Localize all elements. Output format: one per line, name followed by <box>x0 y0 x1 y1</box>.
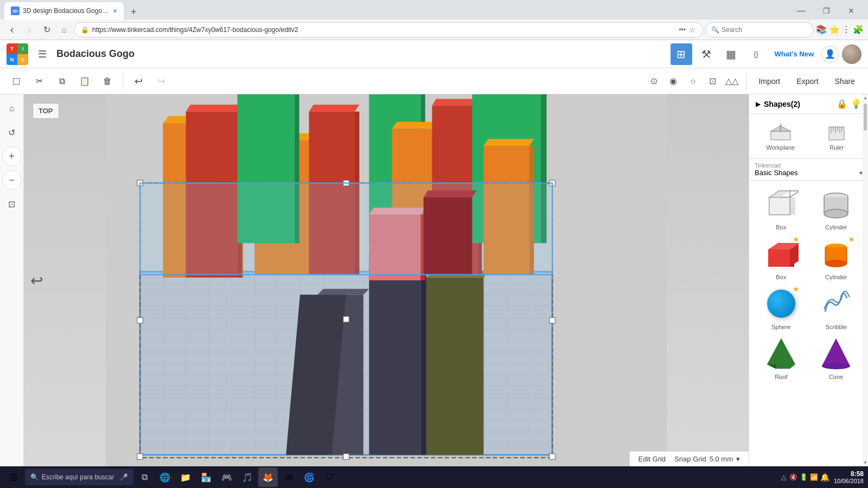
apps-icon[interactable]: ⋮ <box>842 24 851 35</box>
scroll-down-arrow[interactable]: ▼ <box>862 459 868 466</box>
restore-button[interactable]: ❐ <box>814 2 839 20</box>
taskbar-app-2[interactable]: 📁 <box>176 467 195 487</box>
show-hidden-icons[interactable]: △ <box>780 472 787 482</box>
taskbar-app-3[interactable]: 🏪 <box>196 467 216 487</box>
code-button[interactable]: {} <box>745 43 767 65</box>
sphere-item[interactable]: ★ Sphere <box>758 285 804 330</box>
shapes-button[interactable]: ▦ <box>720 43 742 65</box>
fit-view-button[interactable]: ⊡ <box>2 194 22 214</box>
back-button[interactable]: ‹ <box>4 22 20 37</box>
wire-cylinder-item[interactable]: Cylinder <box>813 185 859 230</box>
wire-box-preview <box>762 185 800 223</box>
minimize-button[interactable]: — <box>789 2 814 20</box>
refresh-button[interactable]: ↻ <box>39 22 54 37</box>
close-button[interactable]: × <box>839 2 864 20</box>
taskbar-app-1[interactable]: 🌐 <box>155 467 175 487</box>
shapes-grid: Box Cylinder <box>749 181 868 466</box>
separator-1 <box>123 73 123 89</box>
green-pyramid-item[interactable]: Roof <box>758 335 804 380</box>
scroll-thumb[interactable] <box>864 104 867 131</box>
extensions-icon[interactable]: 🧩 <box>853 24 864 35</box>
view-tool-2[interactable]: ◉ <box>665 73 682 90</box>
lock-icon: 🔒 <box>81 26 89 34</box>
shapes-row-2: ★ Box ★ <box>754 235 864 280</box>
scroll-up-arrow[interactable]: ▲ <box>862 94 868 101</box>
edit-grid-button[interactable]: Edit Grid <box>639 455 666 463</box>
cut-button[interactable]: ✂ <box>29 72 49 91</box>
favorites-icon[interactable]: ⭐ <box>829 24 840 35</box>
provider-label: Tinkercad <box>755 162 863 169</box>
start-button[interactable]: ⊞ <box>2 466 24 488</box>
taskbar-search[interactable]: 🔍 Escribe aquí para buscar 🎤 <box>25 469 133 485</box>
redo-button[interactable]: ↪ <box>151 72 171 91</box>
bulb-panel-icon[interactable]: 💡 <box>851 99 861 109</box>
view-tool-5[interactable]: △△ <box>723 73 741 90</box>
scribble-item[interactable]: Scribble <box>813 285 859 330</box>
copy-button[interactable]: ⧉ <box>52 72 72 91</box>
ruler-icon <box>825 121 848 143</box>
view-tool-3[interactable]: ○ <box>684 73 701 90</box>
snap-arrow-icon[interactable]: ▾ <box>736 455 740 463</box>
ruler-button[interactable]: Ruler <box>810 118 864 154</box>
tinkercad-logo[interactable]: T I N K <box>7 43 28 65</box>
export-button[interactable]: Export <box>790 74 825 89</box>
forward-button[interactable]: › <box>22 22 37 37</box>
search-bar[interactable]: 🔍 <box>705 22 814 37</box>
tab-bar: 3D 3D design Bodacious Gogo | Ti... × + … <box>0 0 868 20</box>
scribble-preview <box>817 285 855 323</box>
taskbar-app-firefox[interactable]: 🦊 <box>258 467 278 487</box>
tools-button[interactable]: ⚒ <box>695 43 717 65</box>
shapes-arrow-icon[interactable]: ▶ <box>756 100 761 108</box>
category-selector[interactable]: Tinkercad Basic Shapes ▾ <box>749 159 868 181</box>
panel-scrollbar[interactable]: ▲ ▼ <box>863 94 868 466</box>
share-button[interactable]: Share <box>828 74 861 89</box>
svg-rect-82 <box>137 318 143 324</box>
purple-cone-item[interactable]: Cone <box>813 335 859 380</box>
paste-button[interactable]: 📋 <box>75 72 94 91</box>
reading-list-icon[interactable]: 📚 <box>816 24 827 35</box>
avatar[interactable] <box>842 44 861 64</box>
tab-close-icon[interactable]: × <box>113 7 117 15</box>
bookmark-icon[interactable]: ☆ <box>689 25 696 34</box>
taskbar-app-7[interactable]: 🌀 <box>299 467 319 487</box>
search-input[interactable] <box>722 26 797 34</box>
undo-button[interactable]: ↩ <box>129 72 148 91</box>
clock-display[interactable]: 8:58 10/06/2018 <box>832 470 866 484</box>
main-content: ⌂ ↺ + − ⊡ TOP <box>0 94 868 466</box>
home-button[interactable]: ⌂ <box>56 22 72 37</box>
svg-point-124 <box>822 363 850 369</box>
orbit-button[interactable]: ↺ <box>2 123 22 142</box>
home-view-button[interactable]: ⌂ <box>2 99 22 118</box>
grid-view-button[interactable]: ⊞ <box>671 43 692 65</box>
design-name: Bodacious Gogo <box>56 48 135 60</box>
delete-button[interactable]: 🗑 <box>98 72 117 91</box>
taskbar-app-6[interactable]: ✉ <box>279 467 298 487</box>
svg-rect-89 <box>771 131 790 140</box>
new-tab-button[interactable]: + <box>126 4 141 20</box>
view-tool-4[interactable]: ⊡ <box>704 73 721 90</box>
rotation-handle[interactable]: ↩ <box>30 272 43 290</box>
taskbar-app-8[interactable]: 🛡 <box>320 467 340 487</box>
address-bar[interactable]: 🔒 https://www.tinkercad.com/things/4Zw7x… <box>74 22 703 37</box>
notification-icon[interactable]: 🔔 <box>820 473 829 481</box>
lock-panel-icon[interactable]: 🔒 <box>837 99 847 109</box>
whats-new-button[interactable]: What's New <box>770 48 818 60</box>
hamburger-button[interactable]: ☰ <box>34 46 51 63</box>
orange-cylinder-item[interactable]: ★ Cylinder <box>813 235 859 280</box>
active-tab[interactable]: 3D 3D design Bodacious Gogo | Ti... × <box>4 2 124 20</box>
taskview-button[interactable]: ⧉ <box>135 467 154 487</box>
more-icon[interactable]: ••• <box>679 26 686 34</box>
import-button[interactable]: Import <box>752 74 787 89</box>
wire-box-item[interactable]: Box <box>758 185 804 230</box>
zoom-out-button[interactable]: − <box>2 170 22 190</box>
view-tool-1[interactable]: ⊙ <box>645 73 662 90</box>
user-account-button[interactable]: 👤 <box>821 46 839 63</box>
workplane-tool-button[interactable]: □ <box>7 72 26 91</box>
taskbar-app-4[interactable]: 🎮 <box>217 467 237 487</box>
viewport[interactable]: TOP <box>24 94 749 466</box>
zoom-in-button[interactable]: + <box>2 146 22 166</box>
red-box-item[interactable]: ★ Box <box>758 235 804 280</box>
taskbar-app-5[interactable]: 🎵 <box>238 467 257 487</box>
workplane-button[interactable]: Workplane <box>754 118 808 154</box>
windows-taskbar: ⊞ 🔍 Escribe aquí para buscar 🎤 ⧉ 🌐 📁 🏪 🎮… <box>0 466 868 488</box>
